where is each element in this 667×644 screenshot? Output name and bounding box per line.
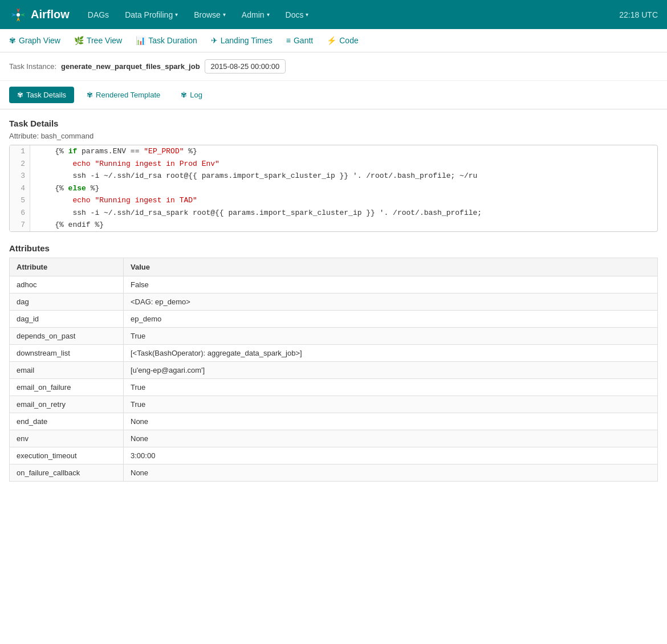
table-row: email_on_failureTrue: [10, 378, 658, 396]
table-header-row: Attribute Value: [10, 258, 658, 276]
task-details-title: Task Details: [9, 119, 658, 128]
brand-link[interactable]: Airflow: [9, 6, 70, 24]
table-row: envNone: [10, 430, 658, 447]
log-tab-icon: ✾: [181, 91, 187, 99]
tree-view-icon: 🌿: [74, 36, 84, 45]
nav-admin[interactable]: Admin: [235, 6, 276, 24]
attr-name-cell: env: [10, 430, 124, 447]
col-header-value: Value: [124, 258, 658, 276]
svg-point-0: [17, 13, 20, 17]
attr-name-cell: email_on_retry: [10, 396, 124, 413]
code-line-5: 5 echo "Running ingest in TAD": [10, 194, 657, 207]
attr-value-cell: True: [124, 378, 658, 396]
attr-value-cell: ep_demo: [124, 310, 658, 327]
attr-name-cell: adhoc: [10, 276, 124, 293]
code-line-3: 3 ssh -i ~/.ssh/id_rsa root@{{ params.im…: [10, 170, 657, 182]
attr-value-cell: 3:00:00: [124, 447, 658, 464]
code-label: Code: [339, 36, 358, 45]
table-row: dag_idep_demo: [10, 310, 658, 327]
gantt-icon: ≡: [286, 36, 291, 45]
attr-name-cell: downstream_list: [10, 344, 124, 361]
attr-value-cell: [u'eng-ep@agari.com']: [124, 361, 658, 378]
toolbar-graph-view[interactable]: ✾ Graph View: [9, 36, 60, 45]
attr-value-cell: None: [124, 413, 658, 430]
landing-times-label: Landing Times: [221, 36, 273, 45]
task-instance-name: generate_new_parquet_files_spark_job: [61, 62, 200, 71]
task-duration-label: Task Duration: [148, 36, 197, 45]
rendered-template-tab-icon: ✾: [87, 91, 93, 99]
toolbar-code[interactable]: ⚡ Code: [327, 36, 358, 45]
sub-tabs: ✾ Task Details ✾ Rendered Template ✾ Log: [0, 81, 667, 109]
col-header-attribute: Attribute: [10, 258, 124, 276]
attr-value-cell: None: [124, 464, 658, 481]
code-icon: ⚡: [327, 36, 336, 45]
table-row: execution_timeout3:00:00: [10, 447, 658, 464]
attr-name-cell: depends_on_past: [10, 327, 124, 344]
main-content: Task Details Attribute: bash_command 1 {…: [0, 109, 667, 491]
landing-times-icon: ✈: [211, 36, 218, 45]
code-block: 1 {% if params.ENV == "EP_PROD" %} 2 ech…: [9, 145, 658, 232]
navbar: Airflow DAGs Data Profiling Browse Admin…: [0, 0, 667, 29]
rendered-template-tab-label: Rendered Template: [96, 91, 160, 99]
table-row: email[u'eng-ep@agari.com']: [10, 361, 658, 378]
brand-text: Airflow: [31, 8, 70, 21]
attr-value-cell: None: [124, 430, 658, 447]
code-line-4: 4 {% else %}: [10, 182, 657, 195]
nav-time: 22:18 UTC: [619, 10, 658, 19]
toolbar-tree-view[interactable]: 🌿 Tree View: [74, 36, 122, 45]
task-instance-date: 2015-08-25 00:00:00: [205, 59, 286, 74]
attr-name-cell: dag_id: [10, 310, 124, 327]
tab-task-details[interactable]: ✾ Task Details: [9, 87, 74, 103]
attr-value-cell: <DAG: ep_demo>: [124, 293, 658, 310]
toolbar: ✾ Graph View 🌿 Tree View 📊 Task Duration…: [0, 29, 667, 52]
tab-log[interactable]: ✾ Log: [173, 87, 210, 103]
task-instance-label: Task Instance:: [9, 62, 56, 71]
gantt-label: Gantt: [294, 36, 313, 45]
tab-rendered-template[interactable]: ✾ Rendered Template: [79, 87, 168, 103]
table-row: on_failure_callbackNone: [10, 464, 658, 481]
code-line-1: 1 {% if params.ENV == "EP_PROD" %}: [10, 145, 657, 158]
attr-name-cell: dag: [10, 293, 124, 310]
table-row: end_dateNone: [10, 413, 658, 430]
attr-name-cell: email: [10, 361, 124, 378]
task-details-tab-icon: ✾: [17, 91, 23, 99]
log-tab-label: Log: [190, 91, 202, 99]
code-line-2: 2 echo "Running ingest in Prod Env": [10, 158, 657, 170]
table-row: adhocFalse: [10, 276, 658, 293]
attr-name-cell: end_date: [10, 413, 124, 430]
code-line-7: 7 {% endif %}: [10, 219, 657, 231]
code-line-6: 6 ssh -i ~/.ssh/id_rsa_spark root@{{ par…: [10, 207, 657, 219]
toolbar-landing-times[interactable]: ✈ Landing Times: [211, 36, 273, 45]
table-row: dag<DAG: ep_demo>: [10, 293, 658, 310]
attr-value-cell: True: [124, 327, 658, 344]
graph-view-icon: ✾: [9, 36, 16, 45]
attribute-label: Attribute: bash_command: [9, 132, 658, 140]
task-duration-icon: 📊: [136, 36, 145, 45]
graph-view-label: Graph View: [19, 36, 60, 45]
toolbar-task-duration[interactable]: 📊 Task Duration: [136, 36, 197, 45]
toolbar-gantt[interactable]: ≡ Gantt: [286, 36, 313, 45]
table-row: downstream_list[<Task(BashOperator): agg…: [10, 344, 658, 361]
attributes-table: Attribute Value adhocFalsedag<DAG: ep_de…: [9, 258, 658, 482]
nav-docs[interactable]: Docs: [279, 6, 316, 24]
task-instance-row: Task Instance: generate_new_parquet_file…: [0, 52, 667, 81]
attr-value-cell: [<Task(BashOperator): aggregate_data_spa…: [124, 344, 658, 361]
attributes-title: Attributes: [9, 243, 658, 253]
nav-data-profiling[interactable]: Data Profiling: [118, 6, 185, 24]
airflow-logo-icon: [9, 6, 27, 24]
attr-name-cell: execution_timeout: [10, 447, 124, 464]
nav-browse[interactable]: Browse: [187, 6, 233, 24]
table-row: depends_on_pastTrue: [10, 327, 658, 344]
attr-value-cell: False: [124, 276, 658, 293]
nav-links: DAGs Data Profiling Browse Admin Docs: [81, 6, 620, 24]
attr-name-cell: email_on_failure: [10, 378, 124, 396]
tree-view-label: Tree View: [87, 36, 122, 45]
attr-name-cell: on_failure_callback: [10, 464, 124, 481]
table-row: email_on_retryTrue: [10, 396, 658, 413]
nav-dags[interactable]: DAGs: [81, 6, 116, 24]
attr-value-cell: True: [124, 396, 658, 413]
task-details-tab-label: Task Details: [26, 91, 66, 99]
